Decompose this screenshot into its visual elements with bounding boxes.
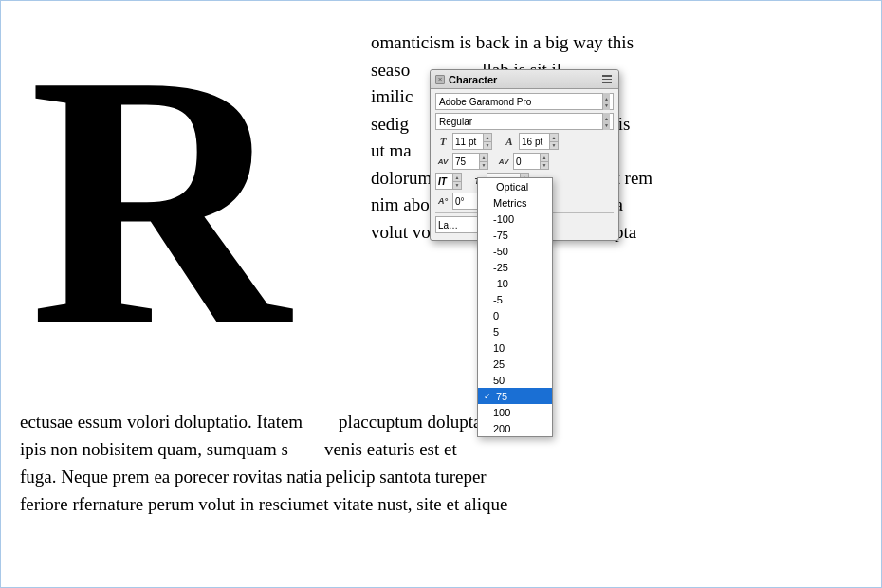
menu-line-3 (602, 82, 612, 83)
kerning-icon: AV (435, 157, 450, 166)
dd-label: 25 (493, 358, 505, 370)
panel-close-button[interactable]: × (435, 75, 445, 84)
font-family-select[interactable]: Adobe Garamond Pro (435, 93, 614, 110)
font-family-value: Adobe Garamond Pro (439, 97, 602, 107)
dd-item-25[interactable]: 25 (478, 356, 552, 372)
font-size-value[interactable]: 11 pt (452, 133, 483, 150)
tracking-spin[interactable]: ▲ ▼ (540, 153, 549, 170)
body-text-bottom: ectusae essum volori doluptatio. Itatem … (20, 409, 862, 519)
dd-label: 0 (493, 310, 499, 322)
kerning-value[interactable]: 75 (452, 153, 479, 170)
rotate-icon: A° (435, 196, 450, 206)
font-size-up[interactable]: ▲ (484, 134, 491, 142)
it-field[interactable]: IT ▲ ▼ (435, 173, 462, 190)
dd-label: 200 (493, 423, 510, 434)
leading-value[interactable]: 16 pt (519, 133, 549, 150)
font-size-icon: T (435, 136, 450, 147)
dd-label: Optical (496, 181, 528, 193)
kerning-up[interactable]: ▲ (480, 154, 487, 162)
dd-item-50[interactable]: 50 (478, 372, 552, 388)
menu-line-1 (602, 75, 612, 77)
panel-menu-button[interactable] (600, 74, 614, 85)
tracking-value[interactable]: 0 (513, 153, 540, 170)
panel-title: Character (449, 74, 497, 85)
leading-up[interactable]: ▲ (550, 134, 558, 142)
leading-field[interactable]: 16 pt ▲ ▼ (519, 133, 559, 150)
dd-item-metrics[interactable]: Metrics (478, 194, 552, 211)
it-up[interactable]: ▲ (453, 174, 461, 182)
dd-item-0[interactable]: 0 (478, 307, 552, 323)
dd-item-100[interactable]: 100 (478, 404, 552, 420)
kerning-dropdown[interactable]: Optical Metrics -100 -75 -50 -25 -10 -5 … (477, 177, 553, 437)
panel-titlebar: × Character (431, 70, 618, 89)
dd-label: -50 (493, 246, 508, 257)
kerning-spin[interactable]: ▲ ▼ (479, 153, 488, 170)
dd-item-5[interactable]: 5 (478, 323, 552, 340)
dd-label: 10 (493, 342, 505, 354)
tracking-field[interactable]: 0 ▲ ▼ (513, 153, 549, 170)
dd-label: -75 (493, 230, 508, 241)
panel-titlebar-left: × Character (435, 74, 497, 85)
dd-label: 5 (493, 326, 499, 338)
font-style-value: Regular (439, 117, 602, 127)
tracking-down[interactable]: ▼ (541, 162, 548, 170)
close-icon: × (438, 75, 443, 83)
language-label: La… (438, 220, 458, 230)
font-style-arrow[interactable] (602, 113, 610, 130)
kerning-tracking-row: AV 75 ▲ ▼ AV 0 ▲ ▼ (435, 153, 614, 170)
font-family-arrow[interactable] (602, 93, 610, 110)
dd-item--50[interactable]: -50 (478, 243, 552, 259)
font-style-select[interactable]: Regular (435, 113, 614, 130)
dd-item--25[interactable]: -25 (478, 259, 552, 275)
it-value[interactable]: IT (435, 173, 452, 190)
dd-item-optical[interactable]: Optical (478, 178, 552, 194)
dd-label: -5 (493, 294, 503, 305)
leading-icon: A (502, 136, 517, 147)
dd-item-75[interactable]: ✓ 75 (478, 388, 552, 404)
main-content: R omanticism is back in a big way this s… (0, 0, 882, 588)
it-spin[interactable]: ▲ ▼ (452, 173, 462, 190)
dd-label: Metrics (493, 197, 526, 209)
dd-item-200[interactable]: 200 (478, 420, 552, 436)
dd-label: -25 (493, 262, 508, 273)
dd-label: 75 (496, 391, 507, 402)
kerning-field[interactable]: 75 ▲ ▼ (452, 153, 488, 170)
it-down[interactable]: ▼ (453, 182, 461, 190)
dd-label: -10 (493, 278, 508, 289)
dd-item--75[interactable]: -75 (478, 227, 552, 243)
dd-label: -100 (493, 213, 514, 225)
big-letter: R (29, 20, 289, 380)
font-size-field[interactable]: 11 pt ▲ ▼ (452, 133, 492, 150)
dd-item--10[interactable]: -10 (478, 275, 552, 291)
font-style-row: Regular (435, 113, 614, 130)
kerning-down[interactable]: ▼ (480, 162, 487, 170)
dd-label: 50 (493, 375, 505, 386)
font-size-down[interactable]: ▼ (484, 142, 491, 150)
dd-item--100[interactable]: -100 (478, 211, 552, 227)
font-family-row: Adobe Garamond Pro (435, 93, 614, 110)
size-leading-row: T 11 pt ▲ ▼ A 16 pt ▲ ▼ (435, 133, 614, 150)
leading-spin[interactable]: ▲ ▼ (549, 133, 559, 150)
dd-item-10[interactable]: 10 (478, 340, 552, 356)
menu-line-2 (602, 79, 612, 81)
dd-item--5[interactable]: -5 (478, 291, 552, 307)
tracking-icon: AV (496, 157, 511, 166)
leading-down[interactable]: ▼ (550, 142, 558, 150)
dd-label: 100 (493, 407, 510, 418)
tracking-up[interactable]: ▲ (541, 154, 548, 162)
dd-check-selected: ✓ (484, 392, 493, 401)
font-size-spin[interactable]: ▲ ▼ (483, 133, 492, 150)
